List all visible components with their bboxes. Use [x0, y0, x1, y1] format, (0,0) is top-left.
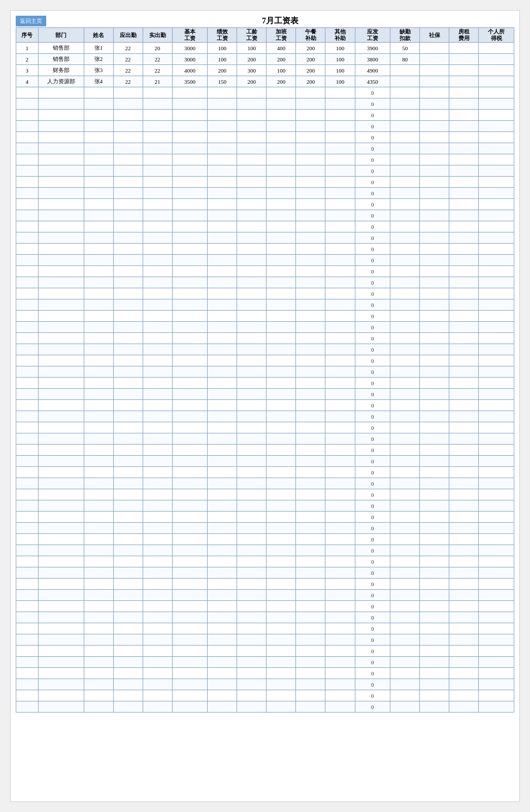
table-cell-empty	[143, 266, 172, 277]
table-cell-empty	[296, 623, 325, 634]
table-cell-empty	[38, 467, 84, 478]
table-cell-empty: 0	[355, 422, 390, 433]
table-cell-empty	[296, 366, 325, 378]
table-cell-empty	[267, 244, 296, 255]
table-cell-empty	[143, 445, 172, 456]
table-cell-empty	[449, 199, 479, 210]
table-cell-empty	[143, 601, 172, 612]
table-cell-empty	[113, 110, 143, 121]
table-cell-empty	[172, 601, 208, 612]
table-cell-empty	[208, 422, 237, 433]
table-cell-empty	[143, 322, 172, 333]
table-cell-empty	[479, 344, 514, 355]
table-cell-empty	[143, 556, 172, 567]
table-cell-empty	[325, 612, 355, 623]
table-cell-empty	[143, 378, 172, 389]
table-cell-empty	[113, 567, 143, 579]
table-cell-empty	[208, 657, 237, 668]
table-cell-empty	[420, 366, 449, 378]
table-row-empty: 0	[16, 657, 514, 668]
table-cell-empty	[113, 266, 143, 277]
table-cell-empty	[390, 545, 420, 556]
table-cell-empty: 0	[355, 98, 390, 110]
table-cell-empty: 0	[355, 87, 390, 98]
table-cell-empty	[143, 534, 172, 545]
table-cell-empty	[267, 277, 296, 288]
table-row-empty: 0	[16, 277, 514, 288]
table-cell-empty	[84, 690, 113, 701]
table-cell-empty: 0	[355, 512, 390, 523]
table-cell-empty	[390, 512, 420, 523]
table-cell-empty	[296, 288, 325, 299]
table-cell-empty	[449, 467, 479, 478]
table-cell-empty	[84, 165, 113, 177]
table-cell-empty	[296, 244, 325, 255]
table-cell-empty	[449, 143, 479, 154]
table-cell: 200	[267, 54, 296, 65]
table-cell-empty	[390, 701, 420, 713]
table-cell-empty	[449, 121, 479, 132]
table-cell-empty	[267, 456, 296, 467]
table-cell-empty	[479, 378, 514, 389]
table-row-empty: 0	[16, 389, 514, 400]
table-cell-empty: 0	[355, 467, 390, 478]
table-cell-empty	[325, 512, 355, 523]
col-header-name: 姓名	[84, 28, 113, 43]
table-cell-empty	[449, 154, 479, 165]
table-cell-empty	[267, 657, 296, 668]
table-cell-empty	[449, 344, 479, 355]
table-cell-empty	[172, 154, 208, 165]
table-cell-empty	[143, 121, 172, 132]
table-cell-empty	[113, 143, 143, 154]
table-cell-empty	[390, 143, 420, 154]
table-cell-empty	[449, 478, 479, 489]
table-cell-empty	[237, 467, 267, 478]
table-cell-empty	[267, 98, 296, 110]
table-cell-empty	[143, 154, 172, 165]
table-cell-empty	[143, 188, 172, 199]
table-cell-empty	[38, 646, 84, 657]
table-cell-empty	[84, 322, 113, 333]
table-cell: 4	[16, 76, 39, 87]
table-cell: 200	[296, 43, 325, 54]
table-cell-empty	[237, 456, 267, 467]
table-cell-empty	[479, 500, 514, 512]
table-cell-empty	[16, 400, 39, 411]
table-cell	[390, 76, 420, 87]
table-cell: 200	[296, 54, 325, 65]
table-cell-empty	[390, 690, 420, 701]
table-cell-empty	[390, 657, 420, 668]
table-cell-empty	[237, 266, 267, 277]
table-cell-empty	[325, 634, 355, 646]
table-cell-empty	[237, 311, 267, 322]
table-cell-empty	[237, 288, 267, 299]
table-cell-empty	[38, 355, 84, 366]
table-cell-empty	[16, 333, 39, 344]
table-cell: 100	[237, 43, 267, 54]
table-cell-empty	[113, 489, 143, 500]
table-cell-empty	[267, 366, 296, 378]
table-cell-empty	[420, 512, 449, 523]
table-cell-empty	[267, 646, 296, 657]
table-row-empty: 0	[16, 188, 514, 199]
table-cell-empty	[172, 445, 208, 456]
table-cell-empty	[38, 523, 84, 534]
table-cell-empty: 0	[355, 590, 390, 601]
table-row-empty: 0	[16, 590, 514, 601]
table-cell-empty	[237, 221, 267, 232]
table-cell-empty	[113, 210, 143, 221]
table-cell-empty: 0	[355, 188, 390, 199]
table-cell-empty	[449, 221, 479, 232]
table-row: 3财务部张3222240002003001002001004900	[16, 65, 514, 76]
table-cell-empty	[479, 545, 514, 556]
table-cell-empty	[420, 210, 449, 221]
table-cell-empty	[296, 299, 325, 311]
table-row-empty: 0	[16, 623, 514, 634]
back-button[interactable]: 返回主页	[16, 16, 46, 26]
table-cell-empty	[143, 512, 172, 523]
table-cell-empty	[172, 389, 208, 400]
table-cell-empty	[449, 657, 479, 668]
table-row-empty: 0	[16, 165, 514, 177]
table-cell-empty	[296, 177, 325, 188]
table-cell-empty	[325, 188, 355, 199]
